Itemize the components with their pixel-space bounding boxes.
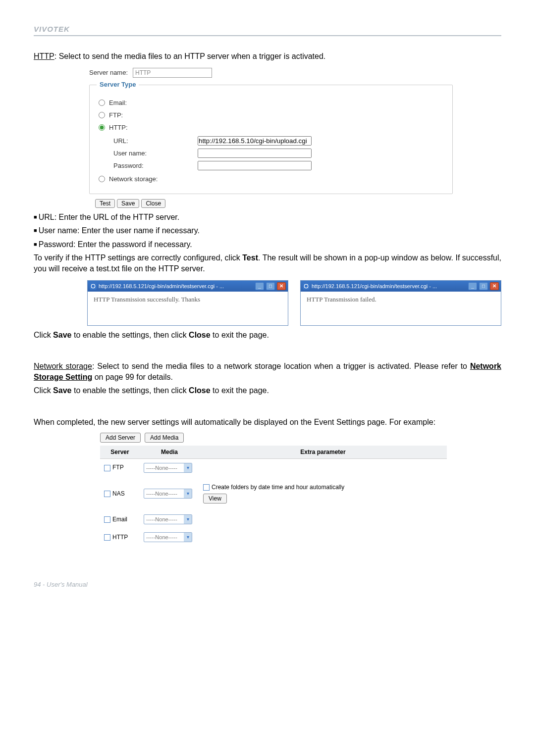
add-media-button[interactable]: Add Media xyxy=(145,433,184,443)
save-close-1: Click Save to enable the settings, then … xyxy=(34,330,501,341)
close-icon[interactable]: ✕ xyxy=(490,282,499,290)
username-input[interactable] xyxy=(198,149,312,158)
media-select-nas[interactable]: -----None----- ▾ xyxy=(144,489,192,499)
url-label: URL: xyxy=(113,137,198,145)
checkbox-http[interactable] xyxy=(104,534,110,541)
table-row: FTP -----None----- ▾ xyxy=(100,458,447,477)
close-button[interactable]: Close xyxy=(141,199,165,208)
popup-body: HTTP Transmission successfully. Thanks xyxy=(88,292,288,325)
popup-title-text: http://192.168.5.121/cgi-bin/admin/tests… xyxy=(312,283,466,289)
row-ftp-label: FTP xyxy=(112,464,124,471)
select-text: -----None----- xyxy=(144,516,184,522)
url-input[interactable] xyxy=(198,136,312,146)
minimize-icon[interactable]: _ xyxy=(255,282,264,290)
server-form: Server name: Server Type Email: FTP: HTT… xyxy=(89,68,453,208)
page-footer: 94 - User's Manual xyxy=(34,581,501,588)
username-label: User name: xyxy=(113,150,198,157)
label-network-storage: Network storage: xyxy=(109,175,158,183)
radio-email[interactable] xyxy=(99,100,105,106)
row-nas-label: NAS xyxy=(112,490,125,497)
bullet-username: User name: Enter the user name if necess… xyxy=(34,225,501,236)
sc2-2: to enable the settings, then click xyxy=(71,386,189,395)
server-name-label: Server name: xyxy=(89,69,128,76)
create-folders-label: Create folders by date time and hour aut… xyxy=(212,484,344,491)
label-ftp: FTP: xyxy=(109,111,123,119)
radio-network-storage[interactable] xyxy=(99,176,105,182)
chevron-down-icon: ▾ xyxy=(184,489,192,498)
sc-1: Click xyxy=(34,331,53,339)
media-select-email[interactable]: -----None----- ▾ xyxy=(144,514,192,524)
row-email-label: Email xyxy=(112,516,127,523)
verify-1: To verify if the HTTP settings are corre… xyxy=(34,253,242,262)
sc-save: Save xyxy=(53,331,71,339)
brand-name: VIVOTEK xyxy=(34,25,70,33)
sc2-1: Click xyxy=(34,386,53,395)
sc-2: to enable the settings, then click xyxy=(71,331,189,339)
verify-test-bold: Test xyxy=(242,253,258,262)
add-server-button[interactable]: Add Server xyxy=(100,433,141,443)
radio-ftp[interactable] xyxy=(99,112,105,118)
table-row: Email -----None----- ▾ xyxy=(100,510,447,528)
completed-text: When completed, the new server settings … xyxy=(34,417,501,428)
chevron-down-icon: ▾ xyxy=(184,463,192,472)
ns-label: Network storage xyxy=(34,362,92,370)
server-name-input[interactable] xyxy=(133,68,212,78)
ns-2: on page 99 for details. xyxy=(92,373,173,381)
bullet-url: URL: Enter the URL of the HTTP server. xyxy=(34,212,501,223)
sc2-save: Save xyxy=(53,386,71,395)
minimize-icon[interactable]: _ xyxy=(468,282,477,290)
ns-text: Network storage: Select to send the medi… xyxy=(34,361,501,382)
ie-icon xyxy=(303,283,310,290)
popup-titlebar: http://192.168.5.121/cgi-bin/admin/tests… xyxy=(88,281,288,292)
chevron-down-icon: ▾ xyxy=(184,515,192,524)
servers-panel: Add Server Add Media Server Media Extra … xyxy=(100,433,447,546)
server-type-fieldset: Server Type Email: FTP: HTTP: URL: User … xyxy=(89,85,453,194)
password-label: Password: xyxy=(113,162,198,169)
th-server: Server xyxy=(100,446,140,459)
test-button[interactable]: Test xyxy=(95,199,115,208)
maximize-icon[interactable]: □ xyxy=(479,282,488,290)
save-close-2: Click Save to enable the settings, then … xyxy=(34,385,501,396)
row-http-label: HTTP xyxy=(112,534,128,541)
bullet-password: Password: Enter the password if necessar… xyxy=(34,239,501,250)
sc-3: to exit the page. xyxy=(211,331,269,339)
servers-table: Server Media Extra parameter FTP -----No… xyxy=(100,446,447,546)
chevron-down-icon: ▾ xyxy=(184,533,192,542)
checkbox-email[interactable] xyxy=(104,516,110,523)
http-intro: HTTP: Select to send the media files to … xyxy=(34,51,501,62)
media-select-http[interactable]: -----None----- ▾ xyxy=(144,532,192,542)
popup-body: HTTP Transmission failed. xyxy=(301,292,501,325)
popup-title-text: http://192.168.5.121/cgi-bin/admin/tests… xyxy=(99,283,253,289)
checkbox-ftp[interactable] xyxy=(104,465,110,471)
close-icon[interactable]: ✕ xyxy=(277,282,286,290)
sc2-3: to exit the page. xyxy=(211,386,269,395)
radio-http[interactable] xyxy=(99,124,105,131)
label-http: HTTP: xyxy=(109,124,128,131)
checkbox-create-folders[interactable] xyxy=(203,484,210,491)
http-label: HTTP xyxy=(34,52,54,60)
table-row: NAS -----None----- ▾ Create folders by d… xyxy=(100,477,447,510)
ie-icon xyxy=(90,283,97,290)
popup-success: http://192.168.5.121/cgi-bin/admin/tests… xyxy=(87,280,288,326)
password-input[interactable] xyxy=(198,161,312,170)
maximize-icon[interactable]: □ xyxy=(266,282,275,290)
media-select-ftp[interactable]: -----None----- ▾ xyxy=(144,463,192,473)
popup-failed: http://192.168.5.121/cgi-bin/admin/tests… xyxy=(300,280,501,326)
verify-text: To verify if the HTTP settings are corre… xyxy=(34,252,501,274)
checkbox-nas[interactable] xyxy=(104,491,110,497)
label-email: Email: xyxy=(109,99,127,106)
server-type-legend: Server Type xyxy=(97,81,139,88)
select-text: -----None----- xyxy=(144,465,184,471)
th-extra: Extra parameter xyxy=(199,446,447,459)
popup-titlebar: http://192.168.5.121/cgi-bin/admin/tests… xyxy=(301,281,501,292)
sc2-close: Close xyxy=(189,386,211,395)
view-button[interactable]: View xyxy=(203,494,227,504)
ns-1: : Select to send the media files to a ne… xyxy=(92,362,470,370)
select-text: -----None----- xyxy=(144,534,184,540)
table-row: HTTP -----None----- ▾ xyxy=(100,528,447,546)
select-text: -----None----- xyxy=(144,491,184,497)
sc-close: Close xyxy=(189,331,211,339)
th-media: Media xyxy=(140,446,199,459)
save-button[interactable]: Save xyxy=(117,199,139,208)
http-intro-rest: : Select to send the media files to an H… xyxy=(54,52,326,60)
